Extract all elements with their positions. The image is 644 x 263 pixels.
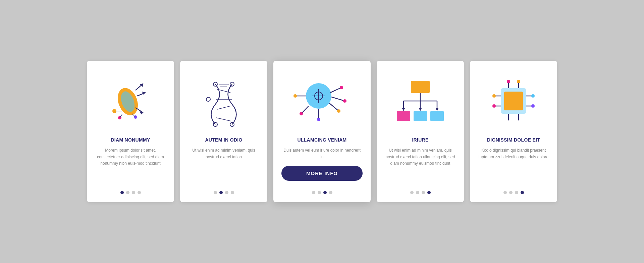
svg-point-35 [317,118,320,121]
svg-rect-52 [430,111,444,121]
dot [219,191,223,194]
card-4-dots [410,191,431,194]
dot [410,191,414,194]
svg-point-34 [337,109,340,113]
cards-container: DIAM NONUMMY Morem ipsum dolor sit amet,… [67,47,577,215]
dot [225,191,228,194]
dot [323,191,327,194]
svg-rect-51 [414,111,427,121]
svg-point-36 [300,112,303,115]
card-2-title: AUTEM IN ODIO [205,137,242,143]
svg-point-37 [293,94,297,98]
card-5-title: DIGNISSIM DOLOE EIT [487,137,540,143]
dot [132,191,135,194]
dot [509,191,513,194]
dot [521,191,524,194]
dot [503,191,507,194]
more-info-button[interactable]: MORE INFO [281,166,363,181]
svg-point-64 [492,104,496,108]
card-2-text: Ut wisi enim ad minim veniam, quis nostr… [188,147,259,184]
dot [231,191,234,194]
dot [126,191,129,194]
svg-point-63 [492,94,496,98]
card-5-dots [503,191,524,194]
card-3-title: ULLAMCING VENIAM [297,137,346,143]
dot [318,191,321,194]
card-2: AUTEM IN ODIO Ut wisi enim ad minim veni… [180,61,267,202]
dot [214,191,217,194]
svg-line-27 [331,97,345,101]
svg-rect-50 [397,111,410,121]
card-1-text: Morem ipsum dolor sit amet, consectetuer… [95,147,166,184]
card-4-title: IRIURE [412,137,428,143]
svg-line-28 [329,103,339,111]
hierarchy-icon [385,71,456,131]
card-3-text: Duis autem vel eum iriure dolor in hendr… [281,147,363,160]
card-5: DIGNISSIM DOLOE EIT Kodio dignissim qui … [470,61,557,202]
svg-rect-54 [504,92,523,110]
dot [416,191,419,194]
neural-icon [188,71,259,131]
card-2-dots [214,191,234,194]
svg-point-20 [206,97,210,101]
svg-rect-41 [411,81,430,93]
network-icon [281,71,363,131]
dot [422,191,425,194]
dot [515,191,518,194]
svg-point-66 [531,104,535,108]
dot [120,191,124,194]
svg-point-32 [340,86,343,89]
card-3: ULLAMCING VENIAM Duis autem vel eum iriu… [273,61,371,202]
svg-marker-49 [435,108,439,111]
dot [138,191,141,194]
dot [312,191,315,194]
dot [427,191,431,194]
svg-line-26 [330,88,341,93]
card-1-title: DIAM NONUMMY [111,137,150,143]
card-1-dots [120,191,141,194]
card-4-text: Ut wisi enim ad minim veniam, quis nostr… [385,147,456,184]
dot [329,191,332,194]
card-5-text: Kodio dignissim qui blandit praesent lup… [478,147,549,184]
card-1: DIAM NONUMMY Morem ipsum dolor sit amet,… [87,61,174,202]
card-3-dots [312,191,332,194]
svg-point-67 [507,80,510,83]
card-4: IRIURE Ut wisi enim ad minim veniam, qui… [377,61,464,202]
svg-marker-5 [142,92,146,95]
svg-line-16 [217,106,230,109]
svg-point-68 [517,80,520,83]
chip-icon [478,71,549,131]
svg-point-33 [343,99,346,103]
bug-icon [95,71,166,131]
svg-line-17 [216,118,231,121]
svg-point-65 [531,94,535,98]
svg-marker-47 [402,108,405,111]
svg-marker-48 [419,108,422,111]
